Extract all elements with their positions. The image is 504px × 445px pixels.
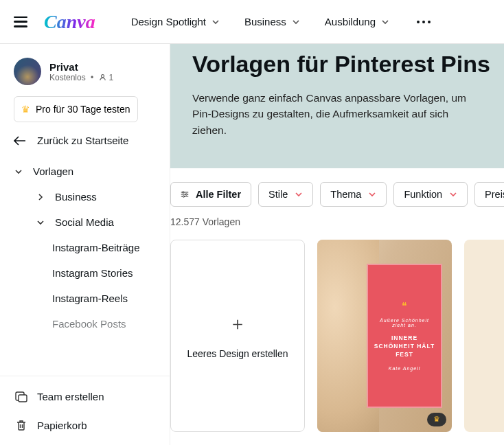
team-label: Team erstellen	[37, 391, 104, 402]
filter-thema[interactable]: Thema	[320, 182, 387, 207]
chevron-down-icon	[368, 190, 376, 198]
chip-label: Preis	[485, 189, 504, 200]
canva-logo[interactable]: Canva	[44, 11, 95, 33]
chip-label: Funktion	[404, 189, 442, 200]
nav-business[interactable]: Business	[244, 16, 300, 27]
chevron-down-icon	[295, 190, 303, 198]
nav-label: Business	[244, 16, 286, 27]
filter-all[interactable]: Alle Filter	[170, 182, 251, 207]
template-card-2[interactable]: De	[464, 240, 504, 432]
trash[interactable]: Papierkorb	[5, 411, 164, 440]
chevron-down-icon	[381, 18, 389, 26]
trash-label: Papierkorb	[37, 420, 87, 431]
chevron-down-icon	[292, 18, 300, 26]
tree-facebook-posts[interactable]: Facebook Posts	[5, 311, 164, 336]
nav-label: Ausbildung	[325, 16, 376, 27]
tree-label: Vorlagen	[33, 166, 73, 177]
chip-label: Stile	[268, 189, 288, 200]
tree-business[interactable]: Business	[5, 184, 164, 209]
hero-banner: Vorlagen für Pinterest Pins Verwende gan…	[170, 44, 504, 168]
tree-vorlagen[interactable]: Vorlagen	[5, 159, 164, 184]
svg-rect-2	[19, 395, 27, 402]
chevron-down-icon	[36, 218, 45, 227]
tree-label: Instagram-Beiträge	[52, 242, 140, 253]
template-card-1[interactable]: ❝ Äußere Schönheit zieht an. INNERE SCHÖ…	[317, 240, 452, 432]
filter-funktion[interactable]: Funktion	[393, 182, 468, 207]
user-plan: Kostenlos • 1	[49, 73, 113, 82]
create-team[interactable]: Team erstellen	[5, 382, 164, 411]
tree-label: Instagram Stories	[52, 267, 133, 279]
arrow-left-icon	[14, 136, 26, 146]
user-name: Privat	[49, 61, 113, 73]
back-label: Zurück zu Startseite	[37, 135, 128, 146]
tree-instagram-beitraege[interactable]: Instagram-Beiträge	[5, 235, 164, 260]
blank-label: Leeres Design erstellen	[187, 348, 288, 359]
tree-label: Business	[55, 191, 97, 203]
person-icon	[99, 73, 106, 81]
svg-point-3	[183, 192, 184, 193]
chevron-down-icon	[211, 18, 220, 26]
crown-icon: ♛	[21, 104, 30, 115]
quote-icon: ❝	[374, 300, 435, 311]
filter-stile[interactable]: Stile	[258, 182, 313, 207]
result-count: 12.577 Vorlagen	[170, 207, 504, 240]
tree-instagram-stories[interactable]: Instagram Stories	[5, 260, 164, 286]
pro-badge: ♛	[427, 413, 446, 426]
tree-instagram-reels[interactable]: Instagram-Reels	[5, 286, 164, 311]
tree-label: Facebook Posts	[52, 318, 126, 330]
template-quote: ❝ Äußere Schönheit zieht an. INNERE SCHÖ…	[367, 264, 442, 408]
page-title: Vorlagen für Pinterest Pins	[192, 44, 482, 78]
avatar	[14, 58, 41, 85]
tree-social-media[interactable]: Social Media	[5, 209, 164, 235]
pro-button-label: Pro für 30 Tage testen	[36, 104, 130, 115]
nav-label: Design Spotlight	[131, 16, 206, 27]
back-to-home[interactable]: Zurück zu Startseite	[0, 122, 170, 159]
nav-design-spotlight[interactable]: Design Spotlight	[131, 16, 220, 27]
tree-label: Social Media	[55, 216, 114, 228]
page-subtitle: Verwende ganz einfach Canvas anpassbare …	[192, 90, 482, 138]
filter-preis[interactable]: Preis	[474, 182, 504, 207]
svg-point-5	[183, 196, 184, 197]
tree-label: Instagram-Reels	[52, 293, 128, 304]
svg-point-0	[101, 75, 104, 78]
chip-label: Alle Filter	[196, 189, 241, 200]
chevron-down-icon	[449, 190, 457, 198]
chip-label: Thema	[330, 189, 361, 200]
template-title: De	[471, 260, 504, 271]
svg-point-4	[185, 194, 187, 195]
trash-icon	[15, 419, 27, 431]
sliders-icon	[181, 190, 189, 198]
nav-ausbildung[interactable]: Ausbildung	[325, 16, 389, 27]
menu-icon[interactable]	[14, 16, 27, 27]
chevron-down-icon	[14, 168, 23, 176]
team-icon	[15, 390, 27, 402]
chevron-right-icon	[36, 193, 45, 201]
more-icon[interactable]	[417, 21, 431, 23]
plus-icon: ＋	[229, 312, 247, 336]
user-profile[interactable]: Privat Kostenlos • 1	[8, 55, 161, 88]
try-pro-button[interactable]: ♛ Pro für 30 Tage testen	[14, 96, 138, 122]
create-blank-design[interactable]: ＋ Leeres Design erstellen	[170, 240, 305, 432]
